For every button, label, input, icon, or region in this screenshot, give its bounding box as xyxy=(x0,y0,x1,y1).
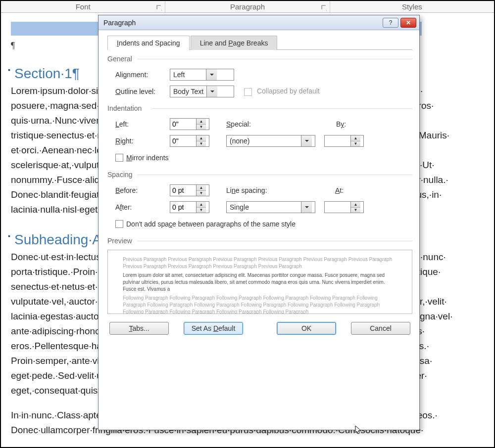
group-general-label: General xyxy=(107,55,412,63)
indent-right-spinner[interactable]: ▲▼ xyxy=(170,135,209,147)
set-as-default-button[interactable]: Set As Default xyxy=(184,322,243,335)
special-value: (none) xyxy=(227,136,301,146)
outline-level-combo[interactable]: Body Text xyxy=(170,86,234,97)
tab-indents-spacing[interactable]: IIndents and Spacingndents and Spacing xyxy=(107,36,190,50)
chevron-down-icon xyxy=(301,202,312,213)
mouse-cursor-icon xyxy=(355,425,363,435)
alignment-label: Alignment: xyxy=(115,71,170,79)
by-label: By: xyxy=(336,120,391,128)
no-space-checkbox[interactable] xyxy=(115,220,123,228)
preview-next-text: Following Paragraph Following Paragraph … xyxy=(123,295,397,314)
preview-prev-text: Previous Paragraph Previous Paragraph Pr… xyxy=(123,256,397,270)
collapsed-checkbox xyxy=(244,88,252,96)
spin-down-icon[interactable]: ▼ xyxy=(351,141,360,147)
ribbon-group-styles: Styles xyxy=(330,1,494,12)
outline-level-value: Body Text xyxy=(170,87,206,96)
spin-down-icon[interactable]: ▼ xyxy=(197,141,206,147)
by-input[interactable] xyxy=(325,135,350,146)
before-spinner[interactable]: ▲▼ xyxy=(170,184,209,196)
mirror-indents-checkbox[interactable] xyxy=(115,154,123,162)
dialog-tabs: IIndents and Spacingndents and Spacing L… xyxy=(107,35,412,50)
dialog-launcher-icon[interactable] xyxy=(156,4,163,11)
line-spacing-combo[interactable]: Single xyxy=(226,201,315,213)
spin-up-icon[interactable]: ▲ xyxy=(197,119,206,125)
ribbon: Font Paragraph Styles xyxy=(1,1,494,13)
after-spinner[interactable]: ▲▼ xyxy=(170,201,209,213)
cancel-button[interactable]: Cancel xyxy=(351,322,410,335)
at-input[interactable] xyxy=(325,202,350,213)
no-space-label: Don't add space between paragraphs of th… xyxy=(126,220,296,228)
chevron-down-icon xyxy=(206,86,217,97)
indent-left-input[interactable] xyxy=(170,119,196,130)
ribbon-styles-label: Styles xyxy=(402,2,422,11)
special-label: Special: xyxy=(226,120,281,128)
group-indentation-label: Indentation xyxy=(107,104,412,112)
help-button[interactable]: ? xyxy=(383,18,398,28)
group-spacing-label: Spacing xyxy=(107,171,412,179)
at-spinner[interactable]: ▲▼ xyxy=(324,201,364,213)
dialog-titlebar[interactable]: Paragraph ? ✕ xyxy=(99,15,419,30)
chevron-down-icon xyxy=(301,135,312,146)
spin-up-icon[interactable]: ▲ xyxy=(351,202,360,208)
spin-up-icon[interactable]: ▲ xyxy=(197,185,206,191)
group-preview-label: Preview xyxy=(107,237,412,245)
chevron-down-icon xyxy=(206,69,217,80)
before-label: Before: xyxy=(115,186,170,194)
spin-down-icon[interactable]: ▼ xyxy=(197,125,206,130)
alignment-value: Left xyxy=(170,70,206,80)
tabs-button[interactable]: Tabs... xyxy=(109,322,169,335)
indent-left-label: Left: xyxy=(115,120,170,128)
indent-right-input[interactable] xyxy=(170,135,196,146)
ok-button[interactable]: OK xyxy=(277,322,336,335)
tab-line-page-breaks[interactable]: Line and Page Breaks xyxy=(191,36,278,50)
alignment-combo[interactable]: Left xyxy=(170,69,234,81)
dialog-launcher-icon[interactable] xyxy=(321,4,328,11)
paragraph-dialog: Paragraph ? ✕ IIndents and Spacingndents… xyxy=(98,15,420,430)
after-label: After: xyxy=(115,203,170,211)
close-icon: ✕ xyxy=(406,19,411,26)
close-button[interactable]: ✕ xyxy=(400,18,416,28)
spin-down-icon[interactable]: ▼ xyxy=(197,208,206,213)
preview-box: Previous Paragraph Previous Paragraph Pr… xyxy=(107,250,412,314)
spin-down-icon[interactable]: ▼ xyxy=(351,208,360,213)
by-spinner[interactable]: ▲▼ xyxy=(324,135,364,147)
special-combo[interactable]: (none) xyxy=(226,135,315,147)
line-spacing-value: Single xyxy=(227,202,301,212)
outline-level-label: Outline level: xyxy=(115,88,170,95)
after-input[interactable] xyxy=(170,202,196,213)
spin-up-icon[interactable]: ▲ xyxy=(351,135,360,141)
dialog-title: Paragraph xyxy=(101,19,381,27)
spin-up-icon[interactable]: ▲ xyxy=(197,135,206,141)
indent-left-spinner[interactable]: ▲▼ xyxy=(170,118,209,130)
at-label: At: xyxy=(335,186,390,194)
spin-down-icon[interactable]: ▼ xyxy=(197,191,206,196)
ribbon-paragraph-label: Paragraph xyxy=(230,2,265,11)
help-icon: ? xyxy=(389,19,393,26)
mirror-indents-label: Mirror indents xyxy=(126,154,169,162)
preview-sample-text: Lorem ipsum dolor sit amet, consectetuer… xyxy=(123,272,397,293)
before-input[interactable] xyxy=(170,185,196,196)
line-spacing-label: Line spacing: xyxy=(226,186,281,194)
ribbon-group-paragraph: Paragraph xyxy=(165,1,330,12)
indent-right-label: Right: xyxy=(115,137,170,145)
ribbon-font-label: Font xyxy=(76,2,91,11)
collapsed-label: Collapsed by default xyxy=(257,87,320,95)
ribbon-group-font: Font xyxy=(1,1,165,12)
spin-up-icon[interactable]: ▲ xyxy=(197,202,206,208)
